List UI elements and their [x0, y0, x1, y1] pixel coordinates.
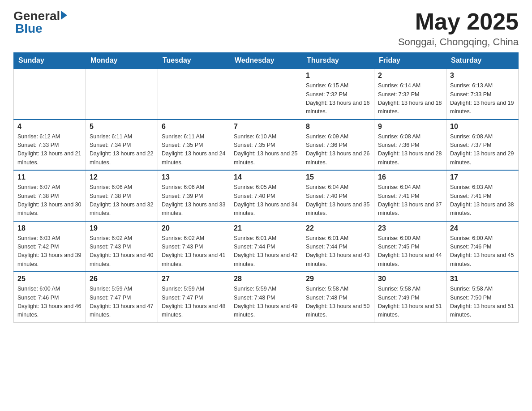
day-info: Sunrise: 6:13 AMSunset: 7:33 PMDaylight:…	[450, 81, 515, 116]
calendar-cell: 5Sunrise: 6:11 AMSunset: 7:34 PMDaylight…	[86, 120, 158, 171]
day-info: Sunrise: 6:01 AMSunset: 7:44 PMDaylight:…	[306, 234, 370, 269]
calendar-cell: 10Sunrise: 6:08 AMSunset: 7:37 PMDayligh…	[446, 120, 519, 171]
logo-arrow-icon	[61, 11, 67, 20]
day-number: 13	[162, 173, 226, 181]
day-info: Sunrise: 6:08 AMSunset: 7:37 PMDaylight:…	[450, 133, 515, 167]
calendar-day-header: Wednesday	[230, 53, 302, 69]
calendar-day-header: Tuesday	[158, 53, 230, 69]
day-number: 1	[306, 72, 370, 80]
calendar-cell: 2Sunrise: 6:14 AMSunset: 7:32 PMDaylight…	[374, 68, 446, 120]
day-number: 31	[450, 275, 515, 283]
calendar-cell: 21Sunrise: 6:01 AMSunset: 7:44 PMDayligh…	[230, 221, 302, 272]
day-info: Sunrise: 6:09 AMSunset: 7:36 PMDaylight:…	[306, 133, 370, 167]
day-info: Sunrise: 5:59 AMSunset: 7:48 PMDaylight:…	[234, 285, 298, 320]
day-number: 12	[90, 173, 154, 181]
calendar-day-header: Sunday	[14, 53, 86, 69]
day-info: Sunrise: 6:05 AMSunset: 7:40 PMDaylight:…	[234, 183, 298, 218]
day-number: 23	[378, 224, 442, 232]
calendar-cell: 7Sunrise: 6:10 AMSunset: 7:35 PMDaylight…	[230, 120, 302, 171]
day-info: Sunrise: 6:00 AMSunset: 7:46 PMDaylight:…	[17, 285, 82, 320]
page-header: General Blue May 2025 Songgai, Chongqing…	[13, 9, 519, 48]
location-subtitle: Songgai, Chongqing, China	[398, 36, 519, 48]
calendar-cell: 11Sunrise: 6:07 AMSunset: 7:38 PMDayligh…	[14, 170, 86, 221]
calendar-cell: 16Sunrise: 6:04 AMSunset: 7:41 PMDayligh…	[374, 170, 446, 221]
day-number: 30	[378, 275, 442, 283]
calendar-cell	[230, 68, 302, 120]
day-info: Sunrise: 6:01 AMSunset: 7:44 PMDaylight:…	[234, 234, 298, 269]
day-number: 19	[90, 224, 154, 232]
day-info: Sunrise: 5:58 AMSunset: 7:50 PMDaylight:…	[450, 285, 515, 320]
calendar-cell: 14Sunrise: 6:05 AMSunset: 7:40 PMDayligh…	[230, 170, 302, 221]
day-number: 14	[234, 173, 298, 181]
day-number: 17	[450, 173, 515, 181]
calendar-cell	[86, 68, 158, 120]
day-info: Sunrise: 6:06 AMSunset: 7:38 PMDaylight:…	[90, 183, 154, 218]
calendar-day-header: Monday	[86, 53, 158, 69]
day-info: Sunrise: 6:15 AMSunset: 7:32 PMDaylight:…	[306, 81, 370, 116]
calendar-cell: 26Sunrise: 5:59 AMSunset: 7:47 PMDayligh…	[86, 272, 158, 322]
day-number: 10	[450, 123, 515, 131]
calendar-cell: 22Sunrise: 6:01 AMSunset: 7:44 PMDayligh…	[302, 221, 374, 272]
day-info: Sunrise: 5:59 AMSunset: 7:47 PMDaylight:…	[162, 285, 226, 320]
calendar-week-row: 4Sunrise: 6:12 AMSunset: 7:33 PMDaylight…	[14, 120, 519, 171]
calendar-cell: 30Sunrise: 5:58 AMSunset: 7:49 PMDayligh…	[374, 272, 446, 322]
day-info: Sunrise: 6:03 AMSunset: 7:41 PMDaylight:…	[450, 183, 515, 218]
calendar-cell: 23Sunrise: 6:00 AMSunset: 7:45 PMDayligh…	[374, 221, 446, 272]
day-number: 21	[234, 224, 298, 232]
calendar-cell	[158, 68, 230, 120]
day-info: Sunrise: 6:03 AMSunset: 7:42 PMDaylight:…	[17, 234, 82, 269]
day-number: 15	[306, 173, 370, 181]
calendar-cell: 1Sunrise: 6:15 AMSunset: 7:32 PMDaylight…	[302, 68, 374, 120]
day-info: Sunrise: 6:11 AMSunset: 7:34 PMDaylight:…	[90, 133, 154, 167]
calendar-cell: 8Sunrise: 6:09 AMSunset: 7:36 PMDaylight…	[302, 120, 374, 171]
calendar-cell	[14, 68, 86, 120]
calendar-cell: 31Sunrise: 5:58 AMSunset: 7:50 PMDayligh…	[446, 272, 519, 322]
calendar-cell: 15Sunrise: 6:04 AMSunset: 7:40 PMDayligh…	[302, 170, 374, 221]
day-info: Sunrise: 6:04 AMSunset: 7:40 PMDaylight:…	[306, 183, 370, 218]
calendar-cell: 20Sunrise: 6:02 AMSunset: 7:43 PMDayligh…	[158, 221, 230, 272]
calendar-week-row: 25Sunrise: 6:00 AMSunset: 7:46 PMDayligh…	[14, 272, 519, 322]
day-number: 9	[378, 123, 442, 131]
day-number: 3	[450, 72, 515, 80]
calendar-cell: 9Sunrise: 6:08 AMSunset: 7:36 PMDaylight…	[374, 120, 446, 171]
calendar-table: SundayMondayTuesdayWednesdayThursdayFrid…	[13, 52, 519, 323]
day-number: 4	[17, 123, 82, 131]
calendar-week-row: 11Sunrise: 6:07 AMSunset: 7:38 PMDayligh…	[14, 170, 519, 221]
day-info: Sunrise: 6:10 AMSunset: 7:35 PMDaylight:…	[234, 133, 298, 167]
day-info: Sunrise: 5:59 AMSunset: 7:47 PMDaylight:…	[90, 285, 154, 320]
day-info: Sunrise: 6:02 AMSunset: 7:43 PMDaylight:…	[162, 234, 226, 269]
day-info: Sunrise: 6:11 AMSunset: 7:35 PMDaylight:…	[162, 133, 226, 167]
day-number: 22	[306, 224, 370, 232]
day-info: Sunrise: 6:00 AMSunset: 7:46 PMDaylight:…	[450, 234, 515, 269]
day-info: Sunrise: 5:58 AMSunset: 7:49 PMDaylight:…	[378, 285, 442, 320]
day-number: 16	[378, 173, 442, 181]
calendar-week-row: 1Sunrise: 6:15 AMSunset: 7:32 PMDaylight…	[14, 68, 519, 120]
day-number: 6	[162, 123, 226, 131]
calendar-day-header: Saturday	[446, 53, 519, 69]
calendar-cell: 19Sunrise: 6:02 AMSunset: 7:43 PMDayligh…	[86, 221, 158, 272]
calendar-cell: 13Sunrise: 6:06 AMSunset: 7:39 PMDayligh…	[158, 170, 230, 221]
calendar-day-header: Friday	[374, 53, 446, 69]
day-info: Sunrise: 6:00 AMSunset: 7:45 PMDaylight:…	[378, 234, 442, 269]
calendar-cell: 17Sunrise: 6:03 AMSunset: 7:41 PMDayligh…	[446, 170, 519, 221]
day-number: 8	[306, 123, 370, 131]
calendar-cell: 4Sunrise: 6:12 AMSunset: 7:33 PMDaylight…	[14, 120, 86, 171]
calendar-day-header: Thursday	[302, 53, 374, 69]
day-number: 28	[234, 275, 298, 283]
day-info: Sunrise: 6:07 AMSunset: 7:38 PMDaylight:…	[17, 183, 82, 218]
day-info: Sunrise: 6:06 AMSunset: 7:39 PMDaylight:…	[162, 183, 226, 218]
day-number: 2	[378, 72, 442, 80]
month-year-title: May 2025	[398, 9, 519, 34]
day-number: 11	[17, 173, 82, 181]
calendar-cell: 28Sunrise: 5:59 AMSunset: 7:48 PMDayligh…	[230, 272, 302, 322]
title-section: May 2025 Songgai, Chongqing, China	[398, 9, 519, 48]
calendar-cell: 27Sunrise: 5:59 AMSunset: 7:47 PMDayligh…	[158, 272, 230, 322]
calendar-cell: 12Sunrise: 6:06 AMSunset: 7:38 PMDayligh…	[86, 170, 158, 221]
calendar-cell: 24Sunrise: 6:00 AMSunset: 7:46 PMDayligh…	[446, 221, 519, 272]
day-number: 18	[17, 224, 82, 232]
day-info: Sunrise: 5:58 AMSunset: 7:48 PMDaylight:…	[306, 285, 370, 320]
day-number: 20	[162, 224, 226, 232]
day-info: Sunrise: 6:14 AMSunset: 7:32 PMDaylight:…	[378, 81, 442, 116]
day-number: 26	[90, 275, 154, 283]
calendar-cell: 6Sunrise: 6:11 AMSunset: 7:35 PMDaylight…	[158, 120, 230, 171]
